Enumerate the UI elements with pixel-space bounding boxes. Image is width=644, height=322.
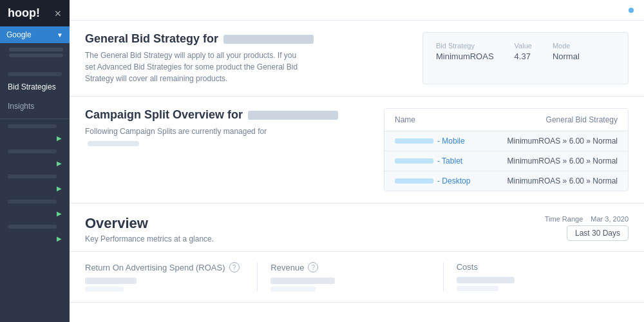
bid-info-strategy: Bid Strategy MinimumROAS — [436, 42, 494, 61]
sidebar-divider-1 — [0, 118, 70, 119]
overview-right: Time Range Mar 3, 2020 Last 30 Days — [545, 215, 629, 241]
metrics-section: Return On Advertising Spend (ROAS) ? Rev… — [70, 252, 644, 303]
time-range-row: Time Range Mar 3, 2020 — [545, 215, 629, 223]
main-content: General Bid Strategy for The General Bid… — [70, 0, 644, 322]
sidebar-item-insights[interactable]: Insights — [0, 97, 70, 116]
sidebar-dropdown-arrow-icon: ▼ — [57, 32, 63, 39]
split-row-blurred-tablet — [395, 158, 433, 164]
campaign-split-inner: Campaign Split Overview for Following Ca… — [85, 108, 629, 191]
metric-costs: Costs — [443, 262, 629, 292]
metric-roas-value — [85, 278, 137, 284]
metric-revenue-sub — [270, 287, 316, 292]
sidebar-account-label: Google — [6, 30, 32, 39]
split-row-strategy-tablet: MinimumROAS » 6.00 » Normal — [507, 156, 618, 166]
sidebar-sub-blurred-1 — [9, 48, 63, 52]
metric-roas-title: Return On Advertising Spend (ROAS) — [85, 263, 225, 272]
sidebar-sub-items — [0, 43, 70, 62]
overview-title: Overview — [85, 215, 214, 232]
sidebar-account-dropdown[interactable]: Google ▼ — [0, 26, 70, 43]
sidebar-blurred-item-5 — [8, 225, 57, 229]
sidebar-nav: Bid Strategies Insights ▶ ▶ ▶ ▶ — [0, 62, 70, 322]
time-range-date: Mar 3, 2020 — [591, 215, 629, 223]
metric-revenue-info-icon[interactable]: ? — [308, 262, 318, 272]
metric-revenue-header: Revenue ? — [270, 262, 430, 272]
campaign-split-description: Following Campaign Splits are currently … — [85, 126, 304, 149]
metric-roas-sub — [85, 287, 124, 292]
metric-revenue-value — [270, 278, 335, 284]
campaign-split-title-blurred — [248, 111, 338, 120]
sidebar-logo: hoop! — [8, 6, 40, 20]
sidebar: hoop! ✕ Google ▼ Bid Strategies Insights… — [0, 0, 70, 322]
bid-mode-value: Normal — [553, 52, 580, 61]
overview-description: Key Performance metrics at a glance. — [85, 234, 214, 243]
sidebar-expand-icon-1[interactable]: ▶ — [57, 135, 62, 142]
split-table-row: - Tablet MinimumROAS » 6.00 » Normal — [384, 151, 628, 171]
campaign-split-left: Campaign Split Overview for Following Ca… — [85, 108, 368, 191]
metric-costs-value — [457, 277, 515, 283]
bid-strategy-description: The General Bid Strategy will apply to a… — [85, 50, 304, 84]
split-row-link-tablet[interactable]: - Tablet — [437, 156, 462, 166]
sidebar-close-button[interactable]: ✕ — [54, 8, 62, 19]
sidebar-blurred-item-2 — [8, 149, 57, 153]
metric-roas: Return On Advertising Spend (ROAS) ? — [85, 262, 257, 292]
content-area: General Bid Strategy for The General Bid… — [70, 21, 644, 322]
bid-strategy-value: MinimumROAS — [436, 52, 494, 61]
metric-revenue: Revenue ? — [257, 262, 442, 292]
split-row-strategy-mobile: MinimumROAS » 6.00 » Normal — [507, 137, 618, 146]
bid-info-value: Value 4.37 — [515, 42, 532, 61]
campaign-split-title: Campaign Split Overview for — [85, 108, 368, 122]
bid-strategy-title-blurred — [223, 35, 314, 44]
bid-strategy-inner: General Bid Strategy for The General Bid… — [85, 32, 629, 84]
bid-mode-label: Mode — [553, 42, 580, 50]
sidebar-header: hoop! ✕ — [0, 0, 70, 26]
campaign-split-section: Campaign Split Overview for Following Ca… — [70, 97, 644, 204]
campaign-split-table: Name General Bid Strategy - Mobile Minim… — [384, 108, 629, 191]
sidebar-item-bid-strategies[interactable]: Bid Strategies — [0, 77, 70, 97]
bid-strategy-title: General Bid Strategy for — [85, 32, 407, 46]
bid-value-value: 4.37 — [515, 52, 532, 61]
time-range-label: Time Range — [545, 215, 583, 223]
sidebar-blurred-item-3 — [8, 175, 57, 178]
bid-strategy-label: Bid Strategy — [436, 42, 494, 50]
metric-roas-header: Return On Advertising Spend (ROAS) ? — [85, 262, 244, 272]
split-row-left-desktop: - Desktop — [395, 176, 470, 185]
bid-strategy-left: General Bid Strategy for The General Bid… — [85, 32, 407, 84]
bid-strategy-section: General Bid Strategy for The General Bid… — [70, 21, 644, 97]
bid-info-box: Bid Strategy MinimumROAS Value 4.37 Mode… — [422, 32, 629, 84]
campaign-split-title-prefix: Campaign Split Overview for — [85, 108, 243, 122]
bid-strategy-title-prefix: General Bid Strategy for — [85, 32, 218, 46]
bid-value-label: Value — [515, 42, 532, 50]
sidebar-expand-icon-2[interactable]: ▶ — [57, 160, 62, 167]
split-row-link-desktop[interactable]: - Desktop — [437, 176, 470, 185]
sidebar-sub-blurred-2 — [9, 53, 63, 57]
sidebar-blurred-item-top — [8, 72, 62, 76]
metric-costs-header: Costs — [457, 262, 616, 272]
overview-header: Overview Key Performance metrics at a gl… — [85, 215, 629, 243]
split-col-name: Name — [395, 115, 415, 124]
top-bar — [70, 0, 644, 21]
sidebar-expand-icon-5[interactable]: ▶ — [57, 235, 62, 242]
split-row-link-mobile[interactable]: - Mobile — [437, 137, 465, 146]
time-range-dropdown[interactable]: Last 30 Days — [567, 225, 629, 241]
sidebar-nav-label-bid-strategies: Bid Strategies — [8, 82, 56, 91]
split-col-strategy: General Bid Strategy — [546, 115, 618, 124]
top-bar-indicator — [629, 8, 634, 13]
metric-revenue-title: Revenue — [270, 263, 304, 272]
sidebar-blurred-item-1 — [8, 124, 57, 128]
campaign-split-desc-blurred — [88, 141, 139, 146]
split-row-left-tablet: - Tablet — [395, 156, 462, 166]
split-row-strategy-desktop: MinimumROAS » 6.00 » Normal — [507, 176, 618, 185]
overview-section: Overview Key Performance metrics at a gl… — [70, 204, 644, 252]
split-table-row: - Mobile MinimumROAS » 6.00 » Normal — [384, 131, 628, 151]
metric-costs-sub — [457, 286, 498, 291]
split-row-blurred-desktop — [395, 178, 433, 184]
sidebar-blurred-item-4 — [8, 200, 57, 204]
overview-left: Overview Key Performance metrics at a gl… — [85, 215, 214, 243]
sidebar-nav-label-insights: Insights — [8, 102, 34, 111]
metric-roas-info-icon[interactable]: ? — [229, 262, 240, 272]
metric-costs-title: Costs — [457, 262, 478, 272]
campaign-split-desc-prefix: Following Campaign Splits are currently … — [85, 127, 267, 136]
split-table-header: Name General Bid Strategy — [384, 109, 628, 131]
sidebar-expand-icon-3[interactable]: ▶ — [57, 185, 62, 192]
sidebar-expand-icon-4[interactable]: ▶ — [57, 210, 62, 217]
